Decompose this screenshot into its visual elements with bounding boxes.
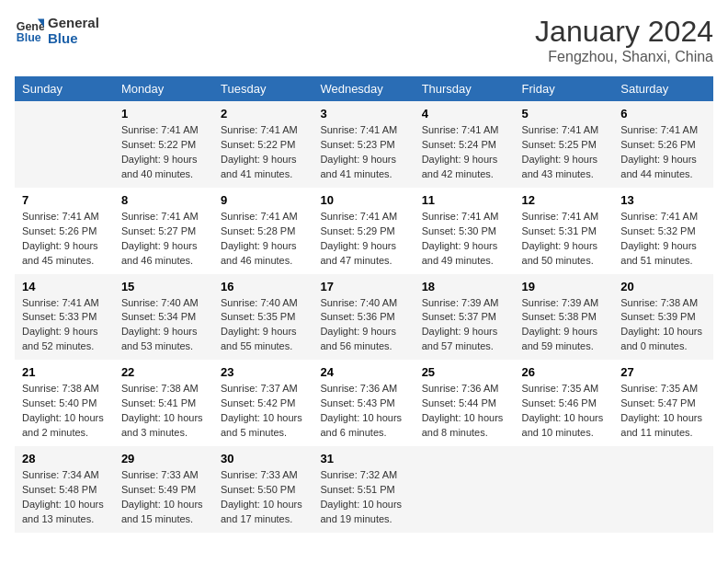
calendar-cell: 3Sunrise: 7:41 AM Sunset: 5:23 PM Daylig… (313, 101, 414, 188)
calendar-cell: 27Sunrise: 7:35 AM Sunset: 5:47 PM Dayli… (613, 360, 713, 446)
calendar-cell: 1Sunrise: 7:41 AM Sunset: 5:22 PM Daylig… (114, 101, 213, 188)
calendar-header-row: SundayMondayTuesdayWednesdayThursdayFrid… (15, 76, 713, 101)
calendar-cell: 5Sunrise: 7:41 AM Sunset: 5:25 PM Daylig… (515, 101, 614, 188)
day-number: 12 (522, 193, 607, 207)
day-number: 22 (121, 365, 206, 379)
day-info: Sunrise: 7:41 AM Sunset: 5:22 PM Dayligh… (221, 123, 305, 182)
day-info: Sunrise: 7:41 AM Sunset: 5:28 PM Dayligh… (221, 210, 305, 269)
subtitle: Fengzhou, Shanxi, China (535, 49, 713, 65)
calendar-cell: 20Sunrise: 7:38 AM Sunset: 5:39 PM Dayli… (613, 274, 713, 361)
day-info: Sunrise: 7:41 AM Sunset: 5:22 PM Dayligh… (121, 123, 206, 182)
day-info: Sunrise: 7:39 AM Sunset: 5:37 PM Dayligh… (422, 296, 507, 355)
day-number: 18 (422, 280, 507, 293)
day-info: Sunrise: 7:40 AM Sunset: 5:36 PM Dayligh… (320, 296, 406, 355)
day-info: Sunrise: 7:40 AM Sunset: 5:34 PM Dayligh… (121, 296, 206, 355)
calendar-cell: 18Sunrise: 7:39 AM Sunset: 5:37 PM Dayli… (415, 274, 515, 361)
day-info: Sunrise: 7:41 AM Sunset: 5:24 PM Dayligh… (422, 123, 507, 182)
calendar-cell (415, 446, 515, 533)
calendar-cell (613, 446, 713, 533)
calendar-cell: 2Sunrise: 7:41 AM Sunset: 5:22 PM Daylig… (213, 101, 313, 188)
calendar-cell (15, 101, 114, 188)
day-info: Sunrise: 7:41 AM Sunset: 5:29 PM Dayligh… (320, 210, 406, 269)
day-info: Sunrise: 7:33 AM Sunset: 5:49 PM Dayligh… (121, 468, 206, 527)
day-number: 24 (320, 365, 406, 379)
day-info: Sunrise: 7:36 AM Sunset: 5:43 PM Dayligh… (320, 382, 406, 441)
logo-icon: General Blue (15, 16, 44, 45)
day-number: 31 (320, 452, 406, 465)
calendar-week-row: 7Sunrise: 7:41 AM Sunset: 5:26 PM Daylig… (15, 188, 713, 274)
day-number: 16 (221, 280, 305, 293)
calendar-cell: 28Sunrise: 7:34 AM Sunset: 5:48 PM Dayli… (15, 446, 114, 533)
calendar-cell: 29Sunrise: 7:33 AM Sunset: 5:49 PM Dayli… (114, 446, 213, 533)
calendar-cell: 24Sunrise: 7:36 AM Sunset: 5:43 PM Dayli… (313, 360, 414, 446)
calendar-cell: 21Sunrise: 7:38 AM Sunset: 5:40 PM Dayli… (15, 360, 114, 446)
day-number: 10 (320, 193, 406, 207)
calendar-cell: 12Sunrise: 7:41 AM Sunset: 5:31 PM Dayli… (515, 188, 614, 274)
day-number: 3 (320, 107, 406, 121)
calendar-table: SundayMondayTuesdayWednesdayThursdayFrid… (15, 76, 713, 533)
logo-line2: Blue (48, 30, 99, 46)
calendar-cell: 13Sunrise: 7:41 AM Sunset: 5:32 PM Dayli… (613, 188, 713, 274)
day-number: 19 (522, 280, 607, 293)
day-info: Sunrise: 7:38 AM Sunset: 5:40 PM Dayligh… (22, 382, 107, 441)
day-info: Sunrise: 7:41 AM Sunset: 5:26 PM Dayligh… (22, 210, 107, 269)
day-info: Sunrise: 7:32 AM Sunset: 5:51 PM Dayligh… (320, 468, 406, 527)
calendar-cell: 6Sunrise: 7:41 AM Sunset: 5:26 PM Daylig… (613, 101, 713, 188)
svg-text:Blue: Blue (17, 31, 41, 44)
day-number: 30 (221, 452, 305, 465)
calendar-cell: 23Sunrise: 7:37 AM Sunset: 5:42 PM Dayli… (213, 360, 313, 446)
day-number: 14 (22, 280, 107, 293)
day-number: 11 (422, 193, 507, 207)
day-info: Sunrise: 7:41 AM Sunset: 5:23 PM Dayligh… (320, 123, 406, 182)
day-number: 26 (522, 365, 607, 379)
day-number: 23 (221, 365, 305, 379)
day-number: 5 (522, 107, 607, 121)
day-number: 7 (22, 193, 107, 207)
day-info: Sunrise: 7:41 AM Sunset: 5:27 PM Dayligh… (121, 210, 206, 269)
day-info: Sunrise: 7:37 AM Sunset: 5:42 PM Dayligh… (221, 382, 305, 441)
day-info: Sunrise: 7:35 AM Sunset: 5:47 PM Dayligh… (620, 382, 706, 441)
day-info: Sunrise: 7:36 AM Sunset: 5:44 PM Dayligh… (422, 382, 507, 441)
header-cell-friday: Friday (515, 76, 614, 101)
calendar-cell: 31Sunrise: 7:32 AM Sunset: 5:51 PM Dayli… (313, 446, 414, 533)
calendar-cell: 11Sunrise: 7:41 AM Sunset: 5:30 PM Dayli… (415, 188, 515, 274)
calendar-body: 1Sunrise: 7:41 AM Sunset: 5:22 PM Daylig… (15, 101, 713, 533)
logo: General Blue General Blue (15, 15, 99, 46)
day-number: 21 (22, 365, 107, 379)
header-cell-tuesday: Tuesday (213, 76, 313, 101)
calendar-cell (515, 446, 614, 533)
calendar-cell: 10Sunrise: 7:41 AM Sunset: 5:29 PM Dayli… (313, 188, 414, 274)
calendar-cell: 25Sunrise: 7:36 AM Sunset: 5:44 PM Dayli… (415, 360, 515, 446)
day-number: 6 (620, 107, 706, 121)
day-number: 4 (422, 107, 507, 121)
day-info: Sunrise: 7:40 AM Sunset: 5:35 PM Dayligh… (221, 296, 305, 355)
calendar-cell: 9Sunrise: 7:41 AM Sunset: 5:28 PM Daylig… (213, 188, 313, 274)
calendar-cell: 30Sunrise: 7:33 AM Sunset: 5:50 PM Dayli… (213, 446, 313, 533)
calendar-cell: 8Sunrise: 7:41 AM Sunset: 5:27 PM Daylig… (114, 188, 213, 274)
header-cell-wednesday: Wednesday (313, 76, 414, 101)
calendar-cell: 19Sunrise: 7:39 AM Sunset: 5:38 PM Dayli… (515, 274, 614, 361)
header-cell-thursday: Thursday (415, 76, 515, 101)
calendar-cell: 16Sunrise: 7:40 AM Sunset: 5:35 PM Dayli… (213, 274, 313, 361)
day-number: 13 (620, 193, 706, 207)
calendar-week-row: 28Sunrise: 7:34 AM Sunset: 5:48 PM Dayli… (15, 446, 713, 533)
day-number: 17 (320, 280, 406, 293)
calendar-week-row: 21Sunrise: 7:38 AM Sunset: 5:40 PM Dayli… (15, 360, 713, 446)
header-cell-monday: Monday (114, 76, 213, 101)
calendar-cell: 7Sunrise: 7:41 AM Sunset: 5:26 PM Daylig… (15, 188, 114, 274)
day-number: 28 (22, 452, 107, 465)
header-cell-sunday: Sunday (15, 76, 114, 101)
day-number: 27 (620, 365, 706, 379)
day-info: Sunrise: 7:33 AM Sunset: 5:50 PM Dayligh… (221, 468, 305, 527)
calendar-cell: 14Sunrise: 7:41 AM Sunset: 5:33 PM Dayli… (15, 274, 114, 361)
day-number: 29 (121, 452, 206, 465)
page-header: General Blue General Blue January 2024 F… (15, 15, 713, 65)
calendar-week-row: 14Sunrise: 7:41 AM Sunset: 5:33 PM Dayli… (15, 274, 713, 361)
calendar-cell: 22Sunrise: 7:38 AM Sunset: 5:41 PM Dayli… (114, 360, 213, 446)
calendar-cell: 4Sunrise: 7:41 AM Sunset: 5:24 PM Daylig… (415, 101, 515, 188)
day-number: 25 (422, 365, 507, 379)
day-info: Sunrise: 7:41 AM Sunset: 5:31 PM Dayligh… (522, 210, 607, 269)
day-info: Sunrise: 7:41 AM Sunset: 5:33 PM Dayligh… (22, 296, 107, 355)
day-info: Sunrise: 7:41 AM Sunset: 5:26 PM Dayligh… (620, 123, 706, 182)
logo-line1: General (48, 15, 99, 30)
